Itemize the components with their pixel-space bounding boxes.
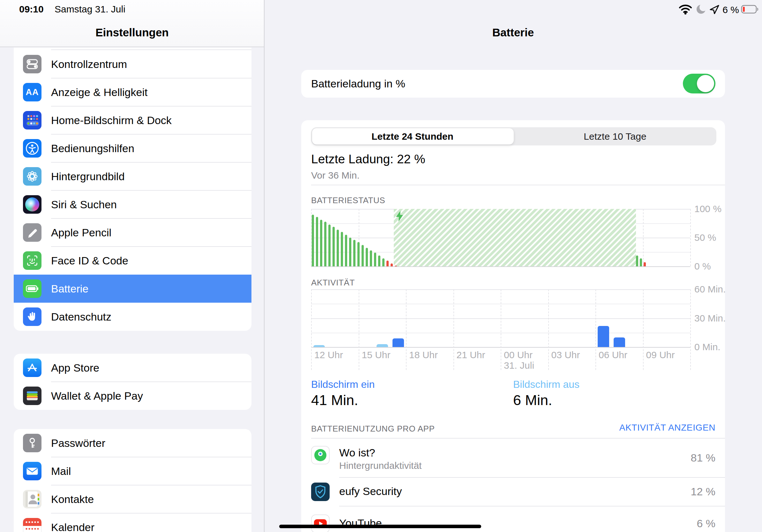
accessibility-icon	[23, 139, 41, 158]
battery-level-bar	[349, 237, 351, 266]
sidebar-item-label: Home-Bildschirm & Dock	[51, 106, 172, 134]
segment-letzte-24-stunden[interactable]: Letzte 24 Stunden	[311, 127, 514, 146]
sidebar-item-apple-pencil[interactable]: Apple Pencil	[14, 219, 252, 246]
segment-letzte-10-tage[interactable]: Letzte 10 Tage	[514, 127, 717, 146]
sidebar-item-wallet-apple-pay[interactable]: Wallet & Apple Pay	[14, 382, 252, 410]
sidebar-group: PasswörterMailKontakteKalender	[14, 429, 252, 532]
sidebar-item-label: Datenschutz	[51, 303, 112, 331]
sidebar-item-app-store[interactable]: App Store	[14, 354, 252, 382]
y-axis-label: 0 Min.	[694, 342, 721, 353]
pencil-icon	[23, 223, 41, 242]
sidebar-item-kontakte[interactable]: Kontakte	[14, 485, 252, 513]
activity-bar	[313, 345, 325, 347]
sidebar-item-face-id-code[interactable]: Face ID & Code	[14, 246, 252, 275]
find-my-icon	[311, 446, 330, 464]
key-icon	[23, 434, 41, 452]
charging-period-hatch	[394, 209, 636, 266]
toggle-knob	[697, 75, 714, 92]
battery-level-bar	[636, 255, 638, 266]
sidebar-item-kontrollzentrum[interactable]: Kontrollzentrum	[14, 50, 252, 78]
face-id-icon	[23, 251, 41, 270]
wifi-icon	[678, 4, 692, 16]
sidebar-item-kalender[interactable]: Kalender	[14, 513, 252, 532]
hand-icon	[23, 307, 41, 326]
y-axis-label: 0 %	[694, 261, 711, 272]
home-indicator[interactable]	[279, 525, 481, 528]
battery-icon	[23, 279, 41, 298]
battery-level-bar	[353, 240, 355, 266]
y-axis-label: 100 %	[694, 204, 722, 214]
sidebar-item-label: Apple Pencil	[51, 219, 112, 246]
usage-app-percent: 12 %	[691, 486, 716, 498]
sidebar-item-label: Kalender	[51, 513, 95, 532]
eufy-security-icon	[311, 483, 330, 501]
battery-level-bar	[316, 217, 318, 266]
battery-level-bar	[337, 230, 339, 266]
sidebar-item-siri-suchen[interactable]: Siri & Suchen	[14, 190, 252, 219]
usage-row-2[interactable]: eufy Security12 %	[301, 478, 725, 506]
x-axis-label: 18 Uhr	[409, 350, 438, 361]
battery-level-bar	[341, 232, 343, 266]
battery-level-bar	[395, 266, 397, 266]
calendar-icon	[23, 518, 41, 532]
battery-percent-toggle-label: Batterieladung in %	[311, 70, 405, 98]
screen-on-value: 41 Min.	[311, 392, 358, 409]
y-axis-label: 60 Min.	[694, 284, 725, 295]
charging-bolt-icon	[395, 211, 404, 223]
page-title: Batterie	[264, 26, 762, 39]
sidebar-group: App StoreWallet & Apple Pay	[14, 354, 252, 410]
x-axis-sublabel: 31. Juli	[504, 360, 534, 371]
activity-section-label: AKTIVITÄT	[311, 278, 355, 288]
screen-on-label[interactable]: Bildschirm ein	[311, 378, 375, 390]
sidebar-item-home-bildschirm-dock[interactable]: Home-Bildschirm & Dock	[14, 106, 252, 134]
split-divider	[264, 0, 265, 532]
last-charge-title: Letzte Ladung: 22 %	[311, 152, 425, 166]
sidebar-item-label: Hintergrundbild	[51, 162, 125, 190]
youtube-icon	[311, 514, 330, 532]
home-screen-dock-icon	[23, 111, 41, 129]
battery-detail-card: Letzte 24 Stunden Letzte 10 Tage Letzte …	[301, 120, 725, 532]
contacts-icon	[23, 490, 41, 508]
sidebar-item-label: App Store	[51, 354, 99, 382]
battery-low-icon	[741, 5, 759, 15]
sidebar-item-label: Bedienungshilfen	[51, 134, 134, 162]
sidebar-item-bedienungshilfen[interactable]: Bedienungshilfen	[14, 134, 252, 162]
show-activity-link[interactable]: AKTIVITÄT ANZEIGEN	[619, 423, 716, 433]
usage-app-subtitle: Hintergrundaktivität	[339, 460, 421, 471]
sidebar-item-batterie[interactable]: Batterie	[14, 275, 252, 303]
sidebar-item-hintergrundbild[interactable]: Hintergrundbild	[14, 162, 252, 190]
usage-app-name: eufy Security	[339, 485, 402, 498]
battery-level-bar	[386, 261, 389, 266]
usage-row-1[interactable]: Wo ist?Hintergrundaktivität81 %	[301, 438, 725, 478]
wallet-icon	[23, 386, 41, 405]
screen-off-label[interactable]: Bildschirm aus	[513, 378, 579, 390]
sidebar-item-label: Mail	[51, 457, 71, 485]
screen-off-value: 6 Min.	[513, 392, 552, 409]
battery-percent-toggle[interactable]	[683, 74, 716, 94]
battery-level-bar	[361, 245, 364, 266]
display-brightness-icon: AA	[23, 83, 41, 101]
x-axis-label: 21 Uhr	[457, 350, 485, 361]
battery-level-bar	[345, 235, 347, 266]
sidebar-item-anzeige-helligkeit[interactable]: AAAnzeige & Helligkeit	[14, 78, 252, 106]
usage-section-label: BATTERIENUTZUNG PRO APP	[311, 424, 435, 434]
siri-icon	[23, 195, 41, 214]
sidebar-group: KontrollzentrumAAAnzeige & HelligkeitHom…	[14, 47, 252, 331]
activity-bar	[614, 337, 625, 347]
sidebar-item-label: Passwörter	[51, 429, 105, 457]
sidebar-item-label: Anzeige & Helligkeit	[51, 78, 147, 106]
control-center-icon	[23, 55, 41, 73]
sidebar-item-passwoerter[interactable]: Passwörter	[14, 429, 252, 457]
battery-level-bar	[378, 255, 380, 266]
sidebar-item-mail[interactable]: Mail	[14, 457, 252, 485]
x-axis-label: 12 Uhr	[314, 350, 343, 361]
battery-level-bar	[644, 262, 646, 266]
battery-level-bar	[328, 225, 331, 266]
x-axis-label: 03 Uhr	[551, 350, 580, 361]
wallpaper-icon	[23, 167, 41, 186]
usage-app-percent: 81 %	[691, 452, 716, 464]
sidebar-item-label: Batterie	[51, 275, 88, 303]
y-axis-label: 50 %	[694, 232, 716, 243]
status-date: Samstag 31. Juli	[54, 4, 125, 14]
sidebar-item-datenschutz[interactable]: Datenschutz	[14, 303, 252, 331]
